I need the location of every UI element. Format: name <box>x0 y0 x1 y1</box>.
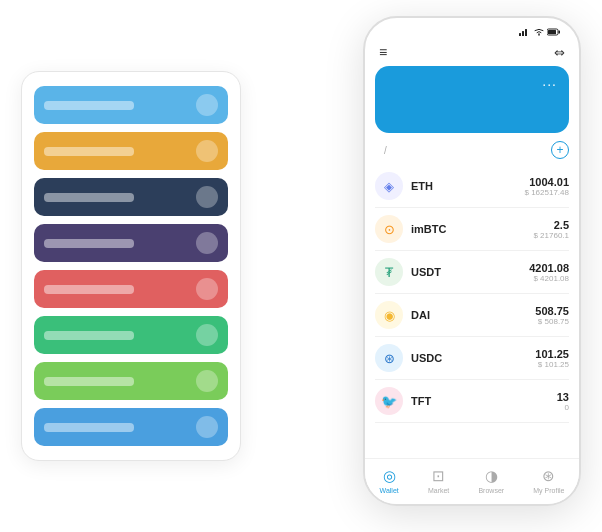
asset-usd: $ 162517.48 <box>525 188 570 197</box>
asset-item[interactable]: ⊙imBTC2.5$ 21760.1 <box>375 208 569 251</box>
asset-usd: $ 4201.08 <box>529 274 569 283</box>
nav-item-market[interactable]: ⊡Market <box>428 467 449 494</box>
nav-item-wallet[interactable]: ◎Wallet <box>380 467 399 494</box>
asset-item[interactable]: ◉DAI508.75$ 508.75 <box>375 294 569 337</box>
stack-card-icon <box>196 232 218 254</box>
asset-usd: $ 101.25 <box>535 360 569 369</box>
expand-icon[interactable]: ⇔ <box>554 45 565 60</box>
bottom-nav: ◎Wallet⊡Market◑Browser⊛My Profile <box>365 458 579 504</box>
asset-left: ⊙imBTC <box>375 215 446 243</box>
assets-tabs: / <box>375 145 396 156</box>
svg-rect-1 <box>522 31 524 36</box>
asset-item[interactable]: ₮USDT4201.08$ 4201.08 <box>375 251 569 294</box>
scene: ≡ ⇔ ··· / + ◈ETH1004.01$ <box>21 16 581 516</box>
asset-icon-imbtc: ⊙ <box>375 215 403 243</box>
asset-icon-usdc: ⊛ <box>375 344 403 372</box>
wifi-icon <box>534 28 544 36</box>
stack-card-text <box>44 377 134 386</box>
asset-item[interactable]: 🐦TFT130 <box>375 380 569 423</box>
asset-name: USDT <box>411 266 441 278</box>
nav-icon-browser: ◑ <box>485 467 498 485</box>
asset-list: ◈ETH1004.01$ 162517.48⊙imBTC2.5$ 21760.1… <box>365 165 579 423</box>
stack-card-text <box>44 285 134 294</box>
stack-card-item[interactable] <box>34 178 228 216</box>
asset-right: 4201.08$ 4201.08 <box>529 262 569 283</box>
svg-rect-0 <box>519 33 521 36</box>
eth-balance <box>387 100 557 123</box>
nav-item-my-profile[interactable]: ⊛My Profile <box>533 467 564 494</box>
nav-icon-market: ⊡ <box>432 467 445 485</box>
assets-header: / + <box>365 141 579 165</box>
asset-right: 508.75$ 508.75 <box>535 305 569 326</box>
stack-card-text <box>44 101 134 110</box>
asset-amount: 13 <box>557 391 569 403</box>
stack-card-icon <box>196 370 218 392</box>
nav-label-browser: Browser <box>478 487 504 494</box>
asset-left: ◈ETH <box>375 172 433 200</box>
asset-left: 🐦TFT <box>375 387 431 415</box>
status-icons <box>519 28 561 36</box>
stack-card-icon <box>196 140 218 162</box>
nav-icon-wallet: ◎ <box>383 467 396 485</box>
stack-card-icon <box>196 278 218 300</box>
asset-amount: 1004.01 <box>525 176 570 188</box>
asset-name: ETH <box>411 180 433 192</box>
eth-more-icon[interactable]: ··· <box>542 76 557 92</box>
signal-icon <box>519 28 531 36</box>
stack-card-text <box>44 147 134 156</box>
stack-card-item[interactable] <box>34 86 228 124</box>
stack-card-icon <box>196 324 218 346</box>
asset-left: ⊛USDC <box>375 344 442 372</box>
card-stack <box>21 71 241 461</box>
nav-icon-my-profile: ⊛ <box>542 467 555 485</box>
stack-card-text <box>44 331 134 340</box>
menu-icon[interactable]: ≡ <box>379 44 387 60</box>
asset-item[interactable]: ◈ETH1004.01$ 162517.48 <box>375 165 569 208</box>
asset-amount: 4201.08 <box>529 262 569 274</box>
stack-card-item[interactable] <box>34 408 228 446</box>
stack-card-icon <box>196 186 218 208</box>
asset-right: 101.25$ 101.25 <box>535 348 569 369</box>
svg-rect-5 <box>559 31 561 34</box>
asset-icon-usdt: ₮ <box>375 258 403 286</box>
asset-right: 1004.01$ 162517.48 <box>525 176 570 197</box>
asset-right: 130 <box>557 391 569 412</box>
asset-icon-eth: ◈ <box>375 172 403 200</box>
stack-card-text <box>44 423 134 432</box>
eth-card-top: ··· <box>387 76 557 92</box>
nav-label-market: Market <box>428 487 449 494</box>
asset-left: ◉DAI <box>375 301 430 329</box>
asset-usd: $ 21760.1 <box>533 231 569 240</box>
asset-left: ₮USDT <box>375 258 441 286</box>
nav-item-browser[interactable]: ◑Browser <box>478 467 504 494</box>
asset-name: imBTC <box>411 223 446 235</box>
stack-card-icon <box>196 94 218 116</box>
asset-item[interactable]: ⊛USDC101.25$ 101.25 <box>375 337 569 380</box>
asset-name: TFT <box>411 395 431 407</box>
asset-name: USDC <box>411 352 442 364</box>
battery-icon <box>547 28 561 36</box>
asset-amount: 2.5 <box>533 219 569 231</box>
asset-icon-tft: 🐦 <box>375 387 403 415</box>
asset-right: 2.5$ 21760.1 <box>533 219 569 240</box>
stack-card-item[interactable] <box>34 224 228 262</box>
add-asset-button[interactable]: + <box>551 141 569 159</box>
svg-rect-4 <box>548 30 556 34</box>
stack-card-text <box>44 193 134 202</box>
stack-card-item[interactable] <box>34 362 228 400</box>
status-bar <box>365 18 579 40</box>
stack-card-icon <box>196 416 218 438</box>
nav-label-my-profile: My Profile <box>533 487 564 494</box>
phone-header: ≡ ⇔ <box>365 40 579 66</box>
asset-icon-dai: ◉ <box>375 301 403 329</box>
stack-card-item[interactable] <box>34 270 228 308</box>
phone: ≡ ⇔ ··· / + ◈ETH1004.01$ <box>363 16 581 506</box>
eth-card[interactable]: ··· <box>375 66 569 133</box>
stack-card-text <box>44 239 134 248</box>
asset-usd: $ 508.75 <box>535 317 569 326</box>
svg-rect-2 <box>525 29 527 36</box>
stack-card-item[interactable] <box>34 316 228 354</box>
asset-amount: 101.25 <box>535 348 569 360</box>
stack-card-item[interactable] <box>34 132 228 170</box>
assets-tab-divider: / <box>384 145 387 156</box>
